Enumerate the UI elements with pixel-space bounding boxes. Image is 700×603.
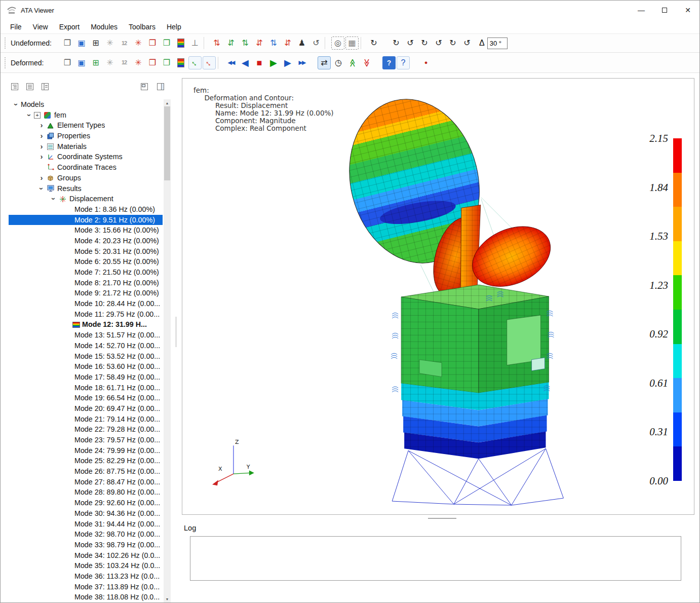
chevron-down-icon[interactable]: › (11, 100, 22, 109)
collapse-all-icon[interactable] (24, 81, 36, 93)
tree-scrollbar[interactable]: ▲ ▼ (164, 99, 171, 602)
horizontal-splitter[interactable] (182, 515, 694, 522)
grid-layout-icon[interactable]: ⊞ (89, 56, 102, 69)
clock-icon[interactable]: ◷ (332, 56, 345, 69)
elements-icon[interactable]: ❒ (146, 36, 159, 50)
tree-mode-item[interactable]: Mode 34: 102.26 Hz (0.0... (9, 550, 163, 561)
copy-view-icon[interactable]: ❐ (61, 36, 74, 50)
deformation-y-icon[interactable]: ⇵ (224, 36, 238, 50)
tree-mode-item[interactable]: Mode 33: 98.79 Hz (0.00... (9, 540, 163, 550)
skip-to-start-icon[interactable]: ◀◀ (224, 56, 238, 69)
tree-mode-item[interactable]: Mode 18: 61.71 Hz (0.00... (9, 383, 163, 393)
tree-mode-item[interactable]: Mode 26: 87.75 Hz (0.00... (9, 466, 163, 477)
node-symbols-icon[interactable]: ✳ (132, 36, 145, 50)
tree-mode-item[interactable]: Mode 24: 79.99 Hz (0.00... (9, 445, 163, 456)
title-bar[interactable]: ATA Viewer — ✕ (1, 1, 699, 20)
chevron-down-icon[interactable]: › (49, 195, 59, 204)
tree-mode-item[interactable]: Mode 13: 51.57 Hz (0.00... (9, 330, 163, 341)
menu-item[interactable]: Help (161, 20, 187, 33)
tree-mode-item[interactable]: Mode 4: 20.23 Hz (0.00%) (9, 236, 163, 246)
tree-mode-item[interactable]: Mode 32: 98.70 Hz (0.00... (9, 529, 163, 540)
node-labels-icon[interactable]: 12 (118, 56, 131, 69)
tree-mode-item[interactable]: Mode 22: 79.28 Hz (0.00... (9, 424, 163, 435)
contour-legend-icon[interactable] (174, 56, 187, 69)
monitor-icon[interactable]: ▣ (75, 36, 88, 50)
tree-mode-item[interactable]: Mode 25: 82.29 Hz (0.00... (9, 456, 163, 466)
tree-mode-item[interactable]: Mode 5: 20.31 Hz (0.00%) (9, 246, 163, 257)
chevron-down-icon[interactable]: › (36, 184, 47, 193)
animation-options-icon[interactable]: ● (419, 56, 432, 69)
menu-item[interactable]: File (5, 20, 27, 33)
contour-legend-icon[interactable] (174, 36, 187, 50)
step-forward-icon[interactable]: ▶ (281, 56, 294, 69)
tree-mode-item[interactable]: Mode 15: 53.52 Hz (0.00... (9, 351, 163, 362)
chevron-down-icon[interactable]: › (24, 110, 35, 120)
scroll-down-icon[interactable]: ▼ (164, 595, 171, 602)
rotate-view-icon[interactable]: ↺ (309, 36, 323, 50)
maximize-button[interactable] (653, 1, 676, 20)
rotate-y-cw-icon[interactable]: ↻ (418, 36, 431, 50)
tree-mode-item[interactable]: Mode 35: 103.24 Hz (0.0... (9, 560, 163, 571)
tree-mode-item[interactable]: Mode 38: 118.08 Hz (0.0... (9, 592, 163, 602)
tree-mode-item[interactable]: Mode 20: 69.47 Hz (0.00... (9, 403, 163, 414)
tree-mode-item[interactable]: Mode 37: 113.89 Hz (0.0... (9, 582, 163, 592)
expand-all-icon[interactable] (9, 81, 21, 93)
tree-mode-item[interactable]: Mode 16: 53.60 Hz (0.00... (9, 361, 163, 372)
help-icon[interactable]: ? (382, 56, 396, 69)
tree-mode-item[interactable]: Mode 2: 9.51 Hz (0.00%) (9, 215, 163, 225)
rotate-z-ccw-icon[interactable]: ↺ (460, 36, 474, 50)
element-axes-icon[interactable]: ⊥ (188, 36, 202, 50)
nodes-icon[interactable]: ✳ (103, 36, 116, 50)
element-copies-icon[interactable]: ❐ (160, 56, 173, 69)
tree-item-groups[interactable]: › Groups (9, 173, 163, 183)
copy-view-icon[interactable]: ❐ (61, 56, 74, 69)
tree-item-element-types[interactable]: › Element Types (9, 120, 163, 131)
menu-item[interactable]: Toolbars (123, 20, 161, 33)
toolbar-grip[interactable] (5, 37, 8, 49)
tree-item-fem[interactable]: › + fem (9, 110, 163, 121)
tree-mode-item[interactable]: Mode 14: 52.70 Hz (0.00... (9, 341, 163, 351)
grid-layout-icon[interactable]: ⊞ (89, 36, 102, 50)
menu-item[interactable]: Modules (85, 20, 123, 33)
scrollbar-thumb[interactable] (164, 106, 170, 180)
select-region-icon[interactable]: ▦ (345, 36, 359, 50)
element-copies-icon[interactable]: ❐ (160, 36, 173, 50)
deformation-x-icon[interactable]: ⇅ (210, 36, 223, 50)
tree-mode-item[interactable]: Mode 36: 113.23 Hz (0.0... (9, 571, 163, 582)
rotate-free-icon[interactable]: ↻ (367, 36, 380, 50)
node-symbols-icon[interactable]: ✳ (132, 56, 145, 69)
tree-item-models[interactable]: › Models (9, 99, 163, 110)
shrink-deformation-icon[interactable]: ↔ (203, 56, 216, 69)
monitor-icon[interactable]: ▣ (75, 56, 88, 69)
tree-mode-item[interactable]: Mode 31: 94.44 Hz (0.00... (9, 519, 163, 530)
stop-icon[interactable]: ■ (253, 56, 266, 69)
tree-mode-item[interactable]: Mode 12: 31.99 H... (9, 319, 163, 330)
chevron-right-icon[interactable]: › (37, 152, 46, 162)
tree-mode-item[interactable]: Mode 17: 58.49 Hz (0.00... (9, 372, 163, 383)
tree-item-properties[interactable]: › Properties (9, 131, 163, 141)
log-output[interactable] (190, 536, 681, 581)
tree-mode-item[interactable]: Mode 3: 15.66 Hz (0.00%) (9, 225, 163, 236)
scroll-up-icon[interactable]: ▲ (164, 99, 171, 106)
tree-item-coordinate-systems[interactable]: › Coordinate Systems (9, 152, 163, 162)
rotate-x-ccw-icon[interactable]: ↺ (404, 36, 417, 50)
tree-mode-item[interactable]: Mode 21: 79.14 Hz (0.00... (9, 414, 163, 425)
speed-up-icon[interactable]: ≫ (346, 56, 359, 69)
tree-mode-item[interactable]: Mode 10: 28.44 Hz (0.00... (9, 298, 163, 309)
node-labels-icon[interactable]: 12 (118, 36, 131, 50)
speed-down-icon[interactable]: ≫ (360, 56, 373, 69)
viewport-3d[interactable]: fem: Deformation and Contour: Result: Di… (182, 78, 694, 515)
float-panel-icon[interactable] (138, 81, 150, 93)
tree-columns-icon[interactable] (39, 81, 51, 93)
rotation-z-icon[interactable]: ⇵ (281, 36, 294, 50)
tree-mode-item[interactable]: Mode 11: 29.75 Hz (0.00... (9, 309, 163, 320)
chevron-right-icon[interactable]: › (37, 131, 46, 141)
elements-icon[interactable]: ❒ (146, 56, 159, 69)
vertical-splitter[interactable] (171, 73, 182, 602)
observer-view-icon[interactable]: ♟ (295, 36, 308, 50)
toolbar-grip[interactable] (5, 57, 8, 68)
rotation-x-icon[interactable]: ⇵ (253, 36, 266, 50)
expander-box-icon[interactable]: + (34, 112, 41, 119)
tree-item-results[interactable]: › Results (9, 183, 163, 194)
expand-deformation-icon[interactable]: ↔ (188, 56, 202, 69)
